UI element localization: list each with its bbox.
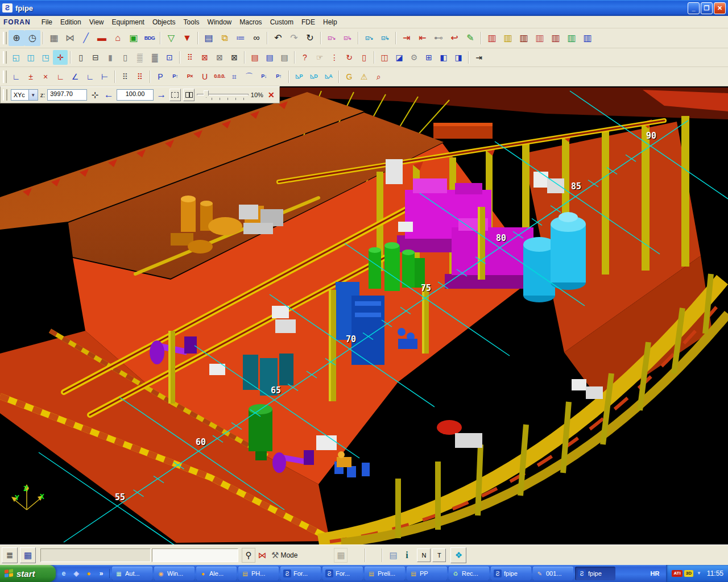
fittings-icon[interactable]: ⊕: [9, 30, 24, 46]
export-model-cyan-icon[interactable]: ⊡↘: [361, 30, 377, 46]
display-outline-icon[interactable]: ▯: [118, 50, 133, 65]
tree-view-icon[interactable]: ≔: [233, 30, 249, 46]
open-book-icon[interactable]: ◫: [377, 50, 392, 65]
measure-point-icon[interactable]: ◺P: [292, 69, 307, 84]
point-store-icon[interactable]: P↓: [257, 69, 271, 84]
info-icon[interactable]: i: [400, 548, 413, 563]
point-delete-icon[interactable]: P×: [183, 69, 197, 84]
route-delete-icon[interactable]: ×: [38, 69, 53, 84]
save-book-icon[interactable]: ◪: [392, 50, 407, 65]
close-button[interactable]: ✕: [714, 2, 726, 14]
export-model-pink-icon[interactable]: ⊡↘: [324, 30, 340, 46]
menu-tools[interactable]: Tools: [180, 17, 204, 27]
measure-angle-icon[interactable]: ◺A: [321, 69, 336, 84]
quicklaunch-overflow-icon[interactable]: »: [97, 569, 106, 578]
plane-select[interactable]: XYc ▼: [11, 89, 38, 101]
window-layout-icon[interactable]: ⊞: [421, 50, 436, 65]
process-gears-icon[interactable]: ⚙: [407, 50, 421, 65]
points-segment-icon[interactable]: ⌗: [227, 69, 242, 84]
menu-equipment[interactable]: Equipment: [108, 17, 148, 27]
grid-all-icon[interactable]: ⠿: [183, 50, 197, 65]
page-margin-icon[interactable]: ▤: [247, 50, 262, 65]
route-insert-icon[interactable]: ∟: [53, 69, 68, 84]
measure-distance-icon[interactable]: ◺D: [307, 69, 321, 84]
language-indicator[interactable]: HR: [646, 568, 664, 579]
task-ale[interactable]: ● Ale...: [196, 567, 237, 580]
menu-macros[interactable]: Macros: [235, 17, 266, 27]
bdg-icon[interactable]: BDG: [142, 30, 158, 46]
quicklaunch-ball-icon[interactable]: ●: [84, 569, 93, 578]
clock[interactable]: 11:55: [707, 569, 723, 577]
reload-book-icon[interactable]: ↻: [342, 50, 357, 65]
document-icon[interactable]: ▤: [386, 548, 400, 563]
route-edit-icon[interactable]: ∟: [82, 69, 97, 84]
mode-indicator[interactable]: ⚒ Mode: [271, 550, 297, 560]
return-pages-icon[interactable]: ↩: [446, 30, 462, 46]
book-next-icon[interactable]: ◨: [451, 50, 466, 65]
view-split-icon[interactable]: ◫: [23, 50, 38, 65]
grid-points-active-icon[interactable]: ⠿: [133, 69, 147, 84]
grid-hide-1-icon[interactable]: ⊠: [197, 50, 212, 65]
menu-custom[interactable]: Custom: [266, 17, 297, 27]
pan-view-icon[interactable]: ✛: [53, 50, 68, 65]
task-fpipe-1[interactable]: Ƨ fpipe: [491, 567, 531, 580]
menu-edition[interactable]: Edition: [56, 17, 85, 27]
valve-mode-icon[interactable]: ⋈: [255, 548, 269, 563]
funnel-outline-icon[interactable]: ▽: [163, 30, 179, 46]
exit-icon[interactable]: ⇥: [471, 50, 486, 65]
step-forward-button[interactable]: →: [156, 89, 167, 101]
grid-hide-3-icon[interactable]: ⊠: [227, 50, 242, 65]
quicklaunch-app-icon[interactable]: ◈: [72, 569, 81, 578]
pump-report-save-icon[interactable]: ▥: [500, 30, 516, 46]
point-user-icon[interactable]: U: [197, 69, 212, 84]
n-toggle-button[interactable]: N: [417, 548, 431, 562]
pump-report-add-icon[interactable]: ▥: [484, 30, 500, 46]
insert-pump-icon[interactable]: ▦: [46, 30, 62, 46]
display-report-icon[interactable]: ⊡: [162, 50, 177, 65]
task-aut[interactable]: ▦ Aut...: [112, 567, 152, 580]
menu-file[interactable]: File: [38, 17, 56, 27]
point-coords-icon[interactable]: 0.0.0.: [212, 69, 227, 84]
task-001[interactable]: ✎ 001...: [533, 567, 573, 580]
book-prev-icon[interactable]: ◧: [436, 50, 451, 65]
insert-support-icon[interactable]: ⌂: [110, 30, 126, 46]
toolbar-grip[interactable]: [3, 89, 7, 101]
find-icon[interactable]: ∞: [249, 30, 264, 46]
slider-thumb[interactable]: [204, 90, 209, 98]
insert-pipe-icon[interactable]: ╱: [78, 30, 94, 46]
circle-pen-icon[interactable]: ◷: [24, 30, 40, 46]
undo-icon[interactable]: ↶: [270, 30, 286, 46]
route-draw-icon[interactable]: ∟: [9, 69, 23, 84]
grid-hide-2-icon[interactable]: ⊠: [212, 50, 227, 65]
toolbar-grip[interactable]: [3, 70, 7, 83]
penetration-icon[interactable]: ▣: [126, 30, 142, 46]
status-calculator-button[interactable]: ▦: [20, 547, 36, 563]
task-rec[interactable]: ♻ Rec...: [449, 567, 489, 580]
insert-flange-icon[interactable]: ▬: [94, 30, 110, 46]
save-icon[interactable]: ▤: [201, 30, 217, 46]
funnel-red-icon[interactable]: ▼: [179, 30, 195, 46]
display-solid-icon[interactable]: ▮: [103, 50, 118, 65]
pump-report-delete-icon[interactable]: ▥: [516, 30, 532, 46]
toolbar-grip[interactable]: [3, 32, 7, 44]
task-for-1[interactable]: Ƨ For...: [280, 567, 321, 580]
check-warning-icon[interactable]: ⚠: [357, 69, 371, 84]
chevron-down-icon[interactable]: ▼: [28, 90, 38, 100]
point-recall-icon[interactable]: P↑: [271, 69, 286, 84]
redo-icon[interactable]: ↷: [286, 30, 302, 46]
pump-tool-button[interactable]: ❖: [450, 547, 466, 563]
menu-objects[interactable]: Objects: [148, 17, 180, 27]
insert-valve-icon[interactable]: ⋈: [62, 30, 78, 46]
display-shaded-icon[interactable]: ▓: [147, 50, 162, 65]
toolbar-grip[interactable]: [3, 51, 7, 64]
thickness-slider[interactable]: [197, 90, 249, 100]
tray-3d-icon[interactable]: 3D: [684, 570, 693, 577]
help-book-icon[interactable]: ?: [297, 50, 312, 65]
start-button[interactable]: start: [0, 565, 56, 582]
pump-report-down-icon[interactable]: ▥: [532, 30, 548, 46]
zoom-point-icon[interactable]: ⚲: [242, 548, 255, 563]
pick-point-icon[interactable]: ⊹: [89, 89, 101, 101]
copy-object-icon[interactable]: ⧉: [217, 30, 233, 46]
display-hidden-icon[interactable]: ▒: [133, 50, 147, 65]
pump-report-up-icon[interactable]: ▥: [564, 30, 580, 46]
